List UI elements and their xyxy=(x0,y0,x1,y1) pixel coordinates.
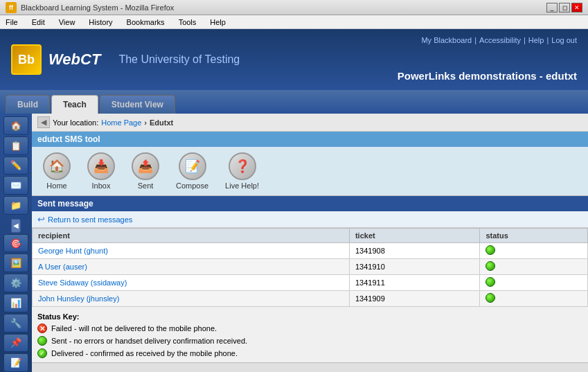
status-cell xyxy=(480,291,588,307)
browser-title: Blackboard Learning System - Mozilla Fir… xyxy=(21,3,174,12)
menu-edit[interactable]: Edit xyxy=(29,17,48,28)
sidebar-edit-btn[interactable]: ✏️ xyxy=(3,157,28,175)
sidebar-list-btn[interactable]: 📋 xyxy=(3,136,28,155)
menu-view[interactable]: View xyxy=(56,17,78,28)
firefox-icon: ff xyxy=(6,2,17,13)
recipient-link[interactable]: Steve Sidaway (ssidaway) xyxy=(38,278,127,287)
breadcrumb-separator: › xyxy=(144,118,147,127)
sms-home-label: Home xyxy=(46,181,66,190)
top-nav: Bb WebCT The University of Testing My Bl… xyxy=(0,29,588,90)
status-cell xyxy=(480,275,588,291)
minimize-button[interactable]: _ xyxy=(546,3,558,12)
status-dot xyxy=(485,293,495,303)
sidebar-tool-btn[interactable]: 🔧 xyxy=(3,314,28,333)
sms-icons: 🏠 Home 📥 Inbox 📤 Sent 📝 Compose ❓ xyxy=(32,147,588,196)
left-sidebar: 🏠 📋 ✏️ ✉️ 📁 ◀ 🎯 🖼️ ⚙️ 📊 🔧 📌 📝 xyxy=(0,114,32,372)
bb-logo: Bb xyxy=(11,44,42,75)
sidebar-mail-btn[interactable]: ✉️ xyxy=(3,176,28,195)
sms-sent-btn[interactable]: 📤 Sent xyxy=(132,152,159,190)
content-area: ◀ Your location: Home Page › Edutxt edut… xyxy=(32,114,588,372)
status-fail-text: Failed - will not be delivered to the mo… xyxy=(51,324,217,333)
status-sent-icon xyxy=(37,336,47,346)
logout-link[interactable]: Log out xyxy=(551,36,577,44)
logo-area: Bb WebCT The University of Testing xyxy=(11,44,240,75)
restore-button[interactable]: ◻ xyxy=(559,3,570,12)
close-button[interactable]: ✕ xyxy=(571,3,582,12)
status-delivered-icon: ✓ xyxy=(37,348,47,358)
return-icon: ↩ xyxy=(37,214,45,224)
sidebar-folder-btn[interactable]: 📁 xyxy=(3,196,28,215)
livehelp-icon: ❓ xyxy=(229,152,256,180)
status-dot xyxy=(485,261,495,271)
sidebar-chart-btn[interactable]: 📊 xyxy=(3,294,28,312)
sms-home-btn[interactable]: 🏠 Home xyxy=(43,152,71,190)
sidebar-doc-btn[interactable]: 📝 xyxy=(3,353,28,372)
status-delivered-item: ✓ Delivered - confirmed as received by t… xyxy=(37,348,582,358)
browser-titlebar: ff Blackboard Learning System - Mozilla … xyxy=(0,0,588,15)
breadcrumb-current: Edutxt xyxy=(150,118,173,127)
menu-history[interactable]: History xyxy=(86,17,115,28)
table-row: John Hunsley (jhunsley)1341909 xyxy=(33,291,588,307)
status-dot xyxy=(485,245,495,255)
my-blackboard-link[interactable]: My Blackboard xyxy=(421,36,472,44)
status-key: Status Key: ✕ Failed - will not be deliv… xyxy=(32,307,588,362)
tab-student-view[interactable]: Student View xyxy=(100,95,175,114)
menu-tools[interactable]: Tools xyxy=(176,17,199,28)
inbox-icon: 📥 xyxy=(87,152,115,180)
compose-icon: 📝 xyxy=(179,152,206,180)
tab-teach[interactable]: Teach xyxy=(51,95,98,114)
col-status: status xyxy=(480,229,588,243)
accessibility-link[interactable]: Accessibility xyxy=(479,36,521,44)
main-wrapper: 🏠 📋 ✏️ ✉️ 📁 ◀ 🎯 🖼️ ⚙️ 📊 🔧 📌 📝 ◀ Your loc… xyxy=(0,114,588,372)
table-row: A User (auser)1341910 xyxy=(33,259,588,275)
sidebar-toggle-btn[interactable]: ◀ xyxy=(11,219,21,233)
status-cell xyxy=(480,259,588,275)
breadcrumb: ◀ Your location: Home Page › Edutxt xyxy=(32,114,588,132)
ticket-cell: 1341910 xyxy=(349,259,479,275)
breadcrumb-home-link[interactable]: Home Page xyxy=(101,118,141,127)
status-fail-icon: ✕ xyxy=(37,324,47,333)
sidebar-target-btn[interactable]: 🎯 xyxy=(3,234,28,253)
sidebar-home-btn[interactable]: 🏠 xyxy=(3,116,28,135)
table-row: Steve Sidaway (ssidaway)1341911 xyxy=(33,275,588,291)
status-fail-item: ✕ Failed - will not be delivered to the … xyxy=(37,324,582,333)
menu-bookmarks[interactable]: Bookmarks xyxy=(124,17,168,28)
tab-build[interactable]: Build xyxy=(6,95,50,114)
breadcrumb-back-btn[interactable]: ◀ xyxy=(37,116,50,128)
ticket-cell: 1341909 xyxy=(349,291,479,307)
sent-message-header: Sent message xyxy=(32,196,588,211)
recipient-link[interactable]: George Hunt (ghunt) xyxy=(38,247,108,255)
browser-controls: _ ◻ ✕ xyxy=(546,3,582,12)
sent-icon: 📤 xyxy=(132,152,159,180)
status-sent-item: Sent - no errors or handset delivery con… xyxy=(37,336,582,346)
status-key-title: Status Key: xyxy=(37,312,582,321)
sidebar-image-btn[interactable]: 🖼️ xyxy=(3,254,28,272)
status-delivered-text: Delivered - confirmed as received by the… xyxy=(51,349,238,357)
status-dot xyxy=(485,277,495,287)
col-ticket: ticket xyxy=(349,229,479,243)
return-link[interactable]: Return to sent messages xyxy=(48,215,132,224)
sidebar-pin-btn[interactable]: 📌 xyxy=(3,334,28,353)
bottom-scrollbar[interactable] xyxy=(32,362,588,372)
sidebar-gear-btn[interactable]: ⚙️ xyxy=(3,274,28,292)
recipient-link[interactable]: A User (auser) xyxy=(38,263,87,271)
recipient-link[interactable]: John Hunsley (jhunsley) xyxy=(38,294,119,303)
menu-file[interactable]: File xyxy=(3,17,21,28)
help-link[interactable]: Help xyxy=(528,36,544,44)
breadcrumb-label: Your location: xyxy=(53,118,98,127)
menu-help[interactable]: Help xyxy=(207,17,229,28)
sms-inbox-btn[interactable]: 📥 Inbox xyxy=(87,152,115,190)
sms-inbox-label: Inbox xyxy=(92,181,111,190)
webct-text: WebCT xyxy=(48,51,100,69)
status-sent-text: Sent - no errors or handset delivery con… xyxy=(51,337,247,345)
home-icon: 🏠 xyxy=(43,152,71,180)
powerlinks-text: PowerLinks demonstrations - edutxt xyxy=(398,70,577,82)
content-scroll[interactable]: edutxt SMS tool 🏠 Home 📥 Inbox 📤 Sent 📝 xyxy=(32,132,588,362)
status-cell xyxy=(480,243,588,259)
sms-livehelp-btn[interactable]: ❓ Live Help! xyxy=(225,152,259,190)
sms-compose-btn[interactable]: 📝 Compose xyxy=(176,152,208,190)
sms-compose-label: Compose xyxy=(176,181,208,190)
menu-bar: File Edit View History Bookmarks Tools H… xyxy=(0,15,588,29)
ticket-cell: 1341908 xyxy=(349,243,479,259)
recipients-table: recipient ticket status George Hunt (ghu… xyxy=(32,228,588,307)
